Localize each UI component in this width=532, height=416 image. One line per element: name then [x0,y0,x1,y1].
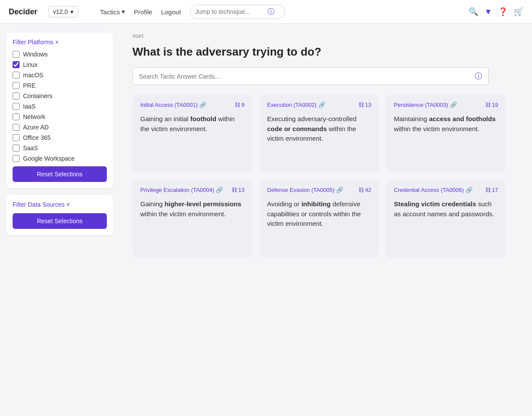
technique-search[interactable]: ⓘ [190,5,285,19]
platform-linux-checkbox[interactable] [13,61,20,68]
card-title: Execution (TA0002) [267,102,317,108]
card-title-link[interactable]: Execution (TA0002) 🔗 [267,102,358,108]
platform-pre-checkbox[interactable] [13,82,20,89]
technique-count-value: 13 [238,187,245,193]
platform-saas-label: SaaS [23,145,38,152]
link-icon: 🔗 [336,187,343,193]
technique-count-value: 19 [492,102,498,108]
tactic-card-ta0004[interactable]: Privilege Escalation (TA0004) 🔗 ⛓ 13 Gai… [132,180,252,258]
nav-logout[interactable]: Logout [161,8,181,16]
platform-linux-label: Linux [23,61,37,68]
platform-linux[interactable]: Linux [13,61,107,68]
tactic-search-bar[interactable]: ⓘ [132,67,489,85]
tactic-card-ta0001[interactable]: Initial Access (TA0001) 🔗 ⛓ 9 Gaining an… [132,95,252,173]
tactic-search-input[interactable] [139,73,471,80]
technique-count-value: 17 [492,187,498,193]
filter-platforms-header: Filter Platforms × [13,39,107,46]
logout-label: Logout [161,8,181,16]
platform-office365[interactable]: Office 365 [13,134,107,141]
platform-azure-ad[interactable]: Azure AD [13,124,107,131]
link-icon: 🔗 [216,187,223,193]
card-title: Defense Evasion (TA0005) [267,187,334,193]
platform-macos-checkbox[interactable] [13,72,20,79]
card-body: Executing adversary-controlled code or c… [267,114,371,144]
chevron-down-icon: ▾ [122,8,125,16]
tactic-card-ta0003[interactable]: Persistence (TA0003) 🔗 ⛓ 19 Maintaining … [386,95,506,173]
platform-saas[interactable]: SaaS [13,145,107,152]
filter-data-sources-section: Filter Data Sources × Reset Selections [7,195,113,235]
card-header: Defense Evasion (TA0005) 🔗 ⛓ 42 [267,187,371,193]
nav-tactics[interactable]: Tactics ▾ [100,8,125,16]
platform-azure-ad-checkbox[interactable] [13,124,20,131]
platform-windows-label: Windows [23,51,48,58]
platform-macos-label: macOS [23,72,43,79]
platform-google-workspace-checkbox[interactable] [13,155,20,162]
platform-network[interactable]: Network [13,113,107,120]
filter-platforms-section: Filter Platforms × Windows Linux macOS P… [7,33,113,188]
platform-office365-label: Office 365 [23,134,51,141]
platform-iaas[interactable]: IaaS [13,103,107,110]
card-title-link[interactable]: Initial Access (TA0001) 🔗 [140,102,235,108]
card-title-link[interactable]: Defense Evasion (TA0005) 🔗 [267,187,358,193]
technique-search-input[interactable] [195,8,265,15]
card-title: Persistence (TA0003) [394,102,448,108]
version-label: v12.0 [53,8,68,15]
card-body: Stealing victim credentials such as acco… [394,199,498,219]
reset-platforms-button[interactable]: Reset Selections [13,166,107,182]
main-layout: Filter Platforms × Windows Linux macOS P… [0,24,532,416]
card-count: ⛓ 17 [485,187,498,193]
card-count: ⛓ 13 [358,102,371,108]
card-title: Privilege Escalation (TA0004) [140,187,214,193]
card-count: ⛓ 13 [231,187,245,193]
reset-data-sources-button[interactable]: Reset Selections [13,213,107,229]
platform-office365-checkbox[interactable] [13,134,20,141]
technique-count-value: 42 [365,187,371,193]
platform-iaas-checkbox[interactable] [13,103,20,110]
platform-azure-ad-label: Azure AD [23,124,49,131]
profile-label: Profile [134,8,152,16]
platform-network-checkbox[interactable] [13,113,20,120]
search-icon[interactable]: 🔍 [469,7,478,17]
card-count: ⛓ 42 [358,187,371,193]
technique-count-icon: ⛓ [485,102,491,108]
platform-google-workspace[interactable]: Google Workspace [13,155,107,162]
platform-pre-label: PRE [23,82,36,89]
nav-profile[interactable]: Profile [134,8,152,16]
technique-count-icon: ⛓ [485,187,491,193]
filter-data-sources-title: Filter Data Sources × [13,201,70,208]
main-nav: Tactics ▾ Profile Logout ⓘ [100,5,456,19]
help-icon[interactable]: ❓ [498,7,508,17]
technique-count-icon: ⛓ [358,187,364,193]
platform-macos[interactable]: macOS [13,72,107,79]
tactic-card-ta0002[interactable]: Execution (TA0002) 🔗 ⛓ 13 Executing adve… [259,95,379,173]
platform-containers-checkbox[interactable] [13,92,20,99]
platform-pre[interactable]: PRE [13,82,107,89]
cart-icon[interactable]: 🛒 [514,7,523,17]
platform-containers[interactable]: Containers [13,92,107,99]
platform-windows-checkbox[interactable] [13,51,20,58]
page-title: What is the adversary trying to do? [132,45,519,59]
card-title-link[interactable]: Persistence (TA0003) 🔗 [394,102,485,108]
filter-icon[interactable]: ▼ [484,7,492,17]
breadcrumb: start [132,33,519,39]
sidebar: Filter Platforms × Windows Linux macOS P… [0,24,119,416]
card-body: Gaining an initial foothold within the v… [140,114,245,134]
tactics-grid: Initial Access (TA0001) 🔗 ⛓ 9 Gaining an… [132,95,506,258]
tactic-card-ta0006[interactable]: Credential Access (TA0006) 🔗 ⛓ 17 Steali… [386,180,506,258]
platform-network-label: Network [23,113,45,120]
platform-windows[interactable]: Windows [13,51,107,58]
technique-count-icon: ⛓ [358,102,364,108]
tactic-card-ta0005[interactable]: Defense Evasion (TA0005) 🔗 ⛓ 42 Avoiding… [259,180,379,258]
card-title-link[interactable]: Privilege Escalation (TA0004) 🔗 [140,187,231,193]
card-count: ⛓ 19 [485,102,498,108]
filter-data-sources-header: Filter Data Sources × [13,201,107,208]
header-icon-group: 🔍 ▼ ❓ 🛒 [469,7,523,17]
link-icon: 🔗 [466,187,473,193]
link-icon: 🔗 [199,102,206,108]
card-body: Gaining higher-level permissions within … [140,199,245,219]
card-title-link[interactable]: Credential Access (TA0006) 🔗 [394,187,485,193]
technique-count-icon: ⛓ [235,102,240,108]
technique-count-value: 9 [241,102,245,108]
version-dropdown[interactable]: v12.0 ▾ [48,6,78,17]
platform-saas-checkbox[interactable] [13,145,20,152]
